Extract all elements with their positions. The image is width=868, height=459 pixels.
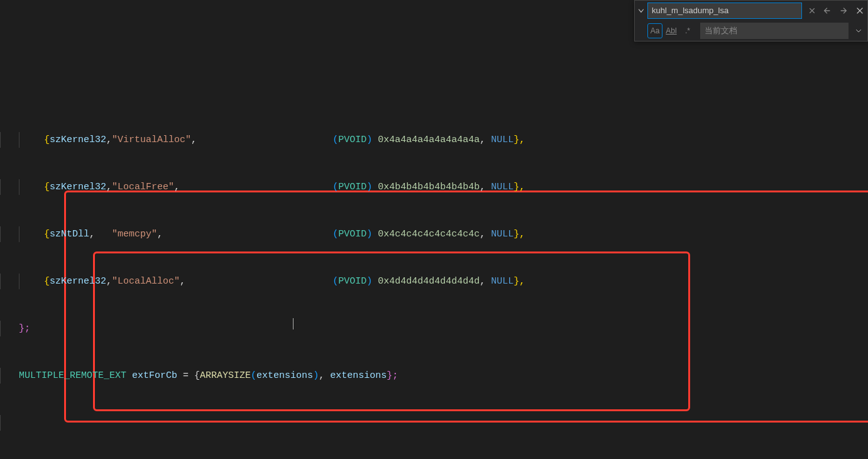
- find-clear-icon[interactable]: [805, 3, 820, 18]
- code-editor[interactable]: {szKernel32,"VirtualAlloc", (PVOID) 0x4a…: [0, 0, 868, 459]
- prev-match-icon[interactable]: [820, 3, 835, 18]
- find-replace-panel: kuhl_m_lsadump_lsa Aa Abl .* 当前文档: [634, 0, 868, 41]
- find-input[interactable]: kuhl_m_lsadump_lsa: [647, 3, 802, 19]
- scope-dropdown-icon[interactable]: [851, 23, 866, 38]
- annotation-box-outer: [64, 191, 868, 423]
- close-find-icon[interactable]: [852, 3, 867, 18]
- next-match-icon[interactable]: [836, 3, 851, 18]
- regex-icon[interactable]: .*: [680, 23, 695, 38]
- whole-word-icon[interactable]: Abl: [664, 23, 679, 38]
- match-case-icon[interactable]: Aa: [647, 23, 662, 38]
- toggle-replace-icon[interactable]: [635, 7, 647, 14]
- replace-input[interactable]: 当前文档: [700, 23, 849, 39]
